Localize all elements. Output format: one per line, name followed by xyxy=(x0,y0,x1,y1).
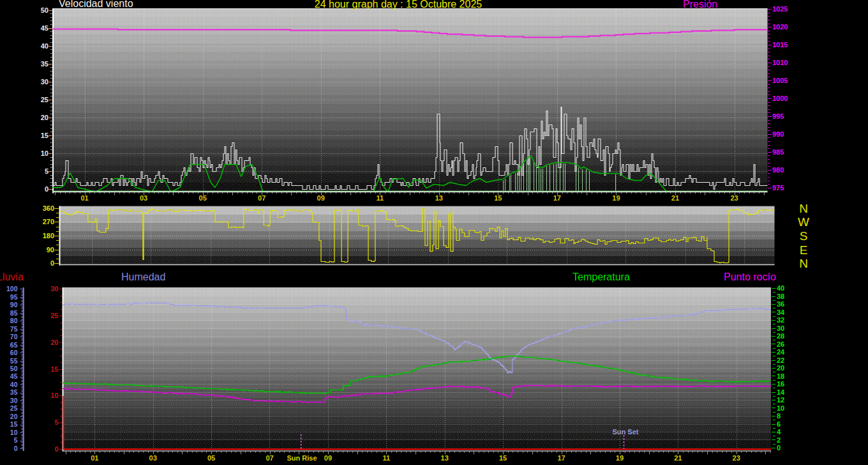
svg-text:30: 30 xyxy=(777,324,784,332)
svg-text:19: 19 xyxy=(612,194,620,202)
svg-text:75: 75 xyxy=(10,325,18,333)
svg-text:24 hour graph day : 15 Octubre: 24 hour graph day : 15 Octubre 2025 xyxy=(315,0,483,10)
svg-text:1005: 1005 xyxy=(772,77,788,84)
svg-text:32: 32 xyxy=(777,316,784,324)
svg-text:50: 50 xyxy=(10,365,18,372)
svg-text:1000: 1000 xyxy=(772,95,788,102)
svg-text:6: 6 xyxy=(777,420,781,428)
svg-text:20: 20 xyxy=(10,413,18,420)
svg-text:03: 03 xyxy=(140,194,147,202)
svg-text:16: 16 xyxy=(777,380,784,388)
svg-text:995: 995 xyxy=(772,112,784,120)
svg-text:05: 05 xyxy=(199,194,207,202)
svg-text:40: 40 xyxy=(777,284,784,292)
svg-text:13: 13 xyxy=(435,194,443,202)
svg-text:0: 0 xyxy=(777,444,781,452)
svg-text:975: 975 xyxy=(772,184,784,192)
svg-text:S: S xyxy=(800,229,808,243)
svg-text:270: 270 xyxy=(43,218,54,225)
svg-text:Punto rocío: Punto rocío xyxy=(724,271,776,282)
svg-text:10: 10 xyxy=(777,404,784,412)
svg-text:Velocidad viento: Velocidad viento xyxy=(59,0,133,9)
svg-text:40: 40 xyxy=(41,42,49,50)
svg-text:180: 180 xyxy=(43,232,54,240)
svg-text:34: 34 xyxy=(777,309,785,316)
svg-text:15: 15 xyxy=(50,365,58,373)
svg-text:20: 20 xyxy=(777,364,784,372)
svg-text:10: 10 xyxy=(41,149,49,157)
svg-text:21: 21 xyxy=(674,454,682,462)
svg-text:0: 0 xyxy=(14,445,18,452)
svg-text:45: 45 xyxy=(10,372,18,380)
svg-text:Sun Set: Sun Set xyxy=(613,428,639,436)
svg-text:10: 10 xyxy=(10,429,18,436)
svg-text:07: 07 xyxy=(266,454,273,462)
svg-text:30: 30 xyxy=(41,78,49,86)
svg-text:15: 15 xyxy=(494,194,502,202)
svg-text:Sun Rise: Sun Rise xyxy=(287,454,317,462)
svg-text:17: 17 xyxy=(557,454,565,462)
svg-text:55: 55 xyxy=(10,357,18,365)
svg-text:09: 09 xyxy=(324,454,332,462)
svg-text:W: W xyxy=(798,215,809,229)
svg-text:36: 36 xyxy=(777,300,784,308)
svg-text:0: 0 xyxy=(54,445,58,453)
svg-text:23: 23 xyxy=(730,194,738,202)
svg-text:24: 24 xyxy=(777,348,785,356)
svg-text:5: 5 xyxy=(54,418,58,426)
svg-text:80: 80 xyxy=(10,317,18,324)
svg-text:15: 15 xyxy=(499,454,507,462)
svg-text:1015: 1015 xyxy=(772,41,788,49)
svg-text:65: 65 xyxy=(10,341,18,349)
svg-text:1020: 1020 xyxy=(772,23,788,31)
svg-text:100: 100 xyxy=(6,285,18,293)
svg-text:35: 35 xyxy=(41,60,49,68)
svg-text:980: 980 xyxy=(772,166,784,174)
svg-text:990: 990 xyxy=(772,130,784,138)
svg-text:20: 20 xyxy=(50,339,58,346)
svg-text:4: 4 xyxy=(777,428,781,436)
svg-text:Temperatura: Temperatura xyxy=(572,271,630,282)
svg-text:0: 0 xyxy=(50,259,54,267)
svg-text:38: 38 xyxy=(777,293,784,300)
svg-text:95: 95 xyxy=(10,293,18,301)
svg-text:8: 8 xyxy=(777,412,781,420)
svg-text:13: 13 xyxy=(441,454,449,462)
svg-text:25: 25 xyxy=(50,312,58,319)
svg-text:15: 15 xyxy=(10,420,18,428)
svg-text:26: 26 xyxy=(777,340,784,348)
svg-text:07: 07 xyxy=(258,194,266,202)
svg-text:Lluvia: Lluvia xyxy=(0,271,24,282)
svg-text:0: 0 xyxy=(45,185,49,193)
svg-text:09: 09 xyxy=(317,194,325,202)
svg-text:70: 70 xyxy=(10,333,18,340)
svg-text:360: 360 xyxy=(43,204,54,212)
svg-text:60: 60 xyxy=(10,349,18,356)
svg-text:35: 35 xyxy=(10,388,18,396)
svg-text:N: N xyxy=(799,257,808,270)
svg-text:30: 30 xyxy=(50,285,58,293)
svg-text:985: 985 xyxy=(772,148,784,156)
svg-text:01: 01 xyxy=(91,454,98,462)
svg-text:90: 90 xyxy=(10,301,18,309)
svg-text:14: 14 xyxy=(777,388,785,396)
svg-text:21: 21 xyxy=(671,194,679,202)
svg-text:22: 22 xyxy=(777,356,784,364)
svg-text:11: 11 xyxy=(382,454,390,462)
svg-text:1010: 1010 xyxy=(772,59,788,66)
svg-text:15: 15 xyxy=(41,132,49,139)
svg-text:20: 20 xyxy=(41,114,49,121)
svg-text:10: 10 xyxy=(50,392,58,399)
svg-text:28: 28 xyxy=(777,332,784,340)
svg-text:85: 85 xyxy=(10,309,18,317)
svg-text:Presión: Presión xyxy=(683,0,717,10)
svg-text:1025: 1025 xyxy=(772,5,788,13)
svg-text:11: 11 xyxy=(376,194,384,202)
svg-text:50: 50 xyxy=(41,6,49,14)
svg-text:45: 45 xyxy=(41,24,49,32)
svg-text:90: 90 xyxy=(47,246,54,254)
svg-text:Humedad: Humedad xyxy=(121,271,165,282)
svg-text:25: 25 xyxy=(10,404,18,412)
svg-text:23: 23 xyxy=(733,454,740,462)
svg-text:30: 30 xyxy=(10,397,18,404)
